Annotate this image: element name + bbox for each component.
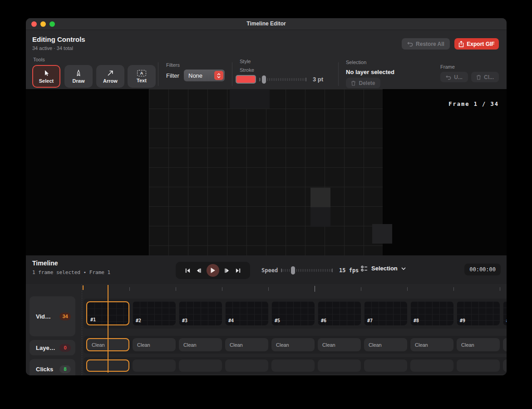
track-count-badge: 34 [59, 313, 71, 320]
frame-thumb[interactable]: #6 [318, 301, 361, 325]
filter-field-label: Filter [166, 72, 179, 79]
frame-number: #2 [136, 318, 141, 323]
title-bar[interactable]: Timeline Editor [26, 18, 507, 30]
ruler-tick [361, 287, 361, 291]
frame-thumb[interactable]: #7 [364, 301, 407, 325]
track-name: Vid… [36, 313, 59, 320]
frame-thumb[interactable]: #5 [271, 301, 315, 325]
speed-label: Speed [261, 267, 278, 274]
clicks-cell[interactable] [133, 359, 176, 372]
clicks-cell[interactable] [318, 359, 361, 372]
frame-thumb[interactable]: #9 [457, 301, 500, 325]
ruler-tick [407, 287, 408, 291]
timeline-scroll-area[interactable]: #1#2#3#4#5#6#7#8#9#10 CleanCleanCleanCle… [83, 284, 507, 375]
stroke-color-swatch[interactable] [236, 75, 256, 84]
frame-thumb[interactable]: #8 [410, 301, 453, 325]
track-label-clicks[interactable]: Clicks8 [30, 359, 75, 375]
page-subtitle: 34 active · 34 total [32, 45, 73, 51]
skip-end-icon[interactable] [235, 268, 241, 274]
frame-thumb[interactable]: #3 [179, 301, 222, 325]
dropdown-stepper-icon [214, 71, 223, 80]
ruler-tick [453, 287, 454, 291]
playhead[interactable] [108, 285, 108, 373]
filter-list-icon [361, 265, 368, 272]
ruler-tick [315, 286, 315, 292]
chevron-down-icon [401, 267, 406, 270]
arrow-icon [107, 70, 114, 77]
restore-all-label: Restore All [416, 41, 444, 47]
delete-layer-button[interactable]: Delete [346, 78, 380, 88]
clicks-cell[interactable] [364, 359, 407, 372]
divider [338, 62, 339, 86]
trash-icon [476, 75, 481, 80]
export-gif-button[interactable]: Export GIF [454, 38, 499, 50]
layer-cell[interactable]: Clean [133, 338, 176, 351]
fps-value: 15 fps [339, 267, 359, 274]
ruler-tick [268, 287, 269, 291]
layer-cell[interactable]: Clean [271, 338, 315, 351]
cursor-icon [43, 70, 50, 77]
tool-label: Draw [73, 78, 85, 84]
track-label-layers[interactable]: Laye…0 [30, 340, 75, 355]
skip-start-icon[interactable] [185, 268, 191, 274]
frame-number: #8 [414, 318, 419, 323]
trash-icon [351, 80, 356, 86]
track-name: Clicks [36, 366, 59, 373]
selection-group-label: Selection [346, 60, 366, 65]
frame-thumb[interactable]: #4 [225, 301, 268, 325]
clicks-cell[interactable] [503, 359, 507, 372]
frame-clear-button[interactable]: Cl... [471, 72, 499, 82]
ruler-start-tick [83, 285, 84, 290]
step-back-icon[interactable] [196, 268, 202, 274]
layer-cell[interactable]: Clean [503, 338, 507, 351]
track-label-video[interactable]: Vid…34 [30, 296, 75, 336]
layer-cell[interactable]: Clean [225, 338, 268, 351]
layer-cell[interactable]: Clean [364, 338, 407, 351]
layer-cell[interactable]: Clean [410, 338, 453, 351]
frame-thumb[interactable]: #10 [503, 301, 507, 325]
step-forward-icon[interactable] [224, 268, 230, 274]
preview-canvas[interactable]: Frame 1 / 34 [26, 89, 507, 255]
layer-cell[interactable]: Clean [318, 338, 361, 351]
filters-group-label: Filters [166, 62, 180, 68]
frame-group-label: Frame [440, 64, 455, 70]
tool-button-draw[interactable]: Draw [64, 65, 93, 88]
frame-number: #10 [506, 318, 507, 323]
tool-button-arrow[interactable]: Arrow [96, 65, 124, 88]
speed-slider-thumb[interactable] [291, 266, 295, 274]
tool-button-select[interactable]: Select [32, 65, 60, 88]
ruler-tick [500, 287, 500, 291]
tools-group-label: Tools [33, 57, 45, 62]
layer-cell[interactable]: Clean [179, 338, 222, 351]
filter-dropdown[interactable]: None [184, 70, 225, 81]
frame-number: #6 [321, 318, 326, 323]
timeline-tracks: Vid…34Laye…0Clicks8 #1#2#3#4#5#6#7#8#9#1… [26, 284, 507, 375]
speed-slider[interactable] [281, 269, 333, 272]
stroke-width-slider[interactable] [259, 78, 306, 81]
timeline-toolbar: Timeline 1 frame selected • Frame 1 Spee… [26, 255, 507, 284]
frame-undo-button[interactable]: U... [440, 72, 468, 82]
frame-number: #1 [90, 317, 96, 322]
filter-dropdown-value: None [188, 72, 202, 79]
clicks-cell[interactable] [271, 359, 315, 372]
style-group-label: Style [240, 59, 251, 64]
frame-indicator: Frame 1 / 34 [448, 101, 499, 107]
grid-highlight [310, 188, 330, 208]
play-button[interactable] [207, 264, 219, 277]
frame-thumb[interactable]: #2 [133, 301, 176, 325]
restore-all-button[interactable]: Restore All [402, 38, 450, 50]
clicks-row [86, 359, 507, 372]
timeline-mode-dropdown[interactable]: Selection [361, 265, 406, 272]
tool-label: Arrow [103, 78, 118, 84]
page-title: Editing Controls [32, 35, 85, 43]
layer-cell[interactable]: Clean [457, 338, 500, 351]
clicks-cell[interactable] [179, 359, 222, 372]
clicks-cell[interactable] [410, 359, 453, 372]
stroke-width-slider-thumb[interactable] [262, 75, 266, 84]
track-label-column: Vid…34Laye…0Clicks8 [26, 284, 82, 375]
tool-button-text[interactable]: AText [128, 65, 156, 88]
divider [158, 62, 158, 86]
clicks-cell[interactable] [225, 359, 268, 372]
clicks-cell[interactable] [457, 359, 500, 372]
grid-highlight [230, 89, 270, 109]
